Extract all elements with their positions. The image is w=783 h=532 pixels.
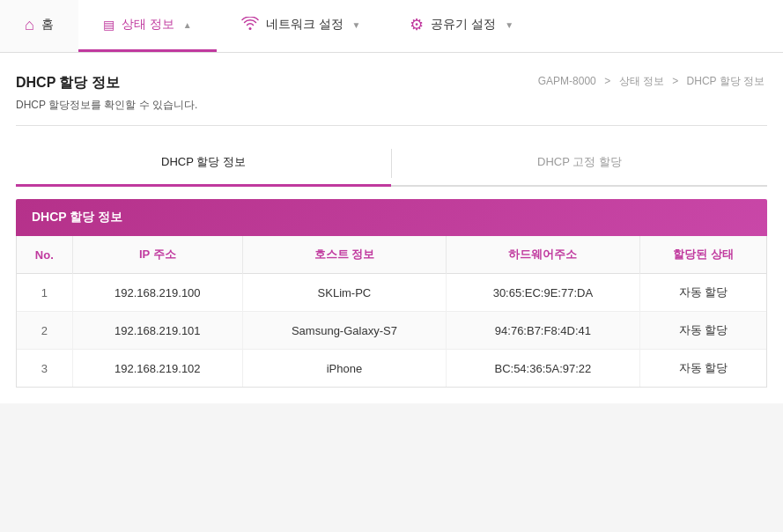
cell-mac: 94:76:B7:F8:4D:41	[446, 312, 639, 350]
status-icon: ▤	[103, 18, 114, 32]
cell-ip: 192.168.219.102	[72, 350, 242, 388]
cell-ip: 192.168.219.101	[72, 312, 242, 350]
nav-network-label: 네트워크 설정	[266, 17, 343, 33]
table-row: 2 192.168.219.101 Samsung-Galaxy-S7 94:7…	[17, 312, 766, 350]
navbar: ⌂ 홈 ▤ 상태 정보 ▲ 네트워크 설정 ▼ ⚙ 공유기 설정 ▼	[0, 0, 783, 53]
nav-status[interactable]: ▤ 상태 정보 ▲	[78, 0, 217, 52]
col-header-no: No.	[17, 236, 72, 274]
nav-sharing-label: 공유기 설정	[431, 17, 496, 33]
col-header-status: 할당된 상태	[639, 236, 766, 274]
nav-home[interactable]: ⌂ 홈	[0, 0, 78, 52]
cell-no: 2	[17, 312, 72, 350]
table-header-row: No. IP 주소 호스트 정보 하드웨어주소 할당된 상태	[17, 236, 766, 274]
title-row: DHCP 할당 정보 GAPM-8000 > 상태 정보 > DHCP 할당 정…	[16, 74, 767, 92]
col-header-ip: IP 주소	[72, 236, 242, 274]
cell-status: 자동 할당	[639, 312, 766, 350]
nav-status-label: 상태 정보	[122, 17, 174, 33]
col-header-host: 호스트 정보	[242, 236, 446, 274]
page-title: DHCP 할당 정보	[16, 74, 120, 92]
status-arrow-icon: ▲	[183, 20, 192, 30]
nav-home-label: 홈	[41, 17, 54, 33]
dhcp-table: No. IP 주소 호스트 정보 하드웨어주소 할당된 상태 1 192.168…	[17, 236, 766, 387]
nav-sharing[interactable]: ⚙ 공유기 설정 ▼	[385, 0, 538, 52]
section-header: DHCP 할당 정보	[16, 199, 767, 236]
gear-icon: ⚙	[410, 15, 424, 34]
cell-no: 3	[17, 350, 72, 388]
breadcrumb-current: DHCP 할당 정보	[687, 75, 765, 87]
cell-host: SKLim-PC	[242, 274, 446, 312]
breadcrumb-sep1: >	[604, 75, 610, 87]
page-description: DHCP 할당정보를 확인할 수 있습니다.	[16, 98, 767, 126]
nav-network[interactable]: 네트워크 설정 ▼	[217, 0, 386, 52]
cell-status: 자동 할당	[639, 350, 766, 388]
cell-ip: 192.168.219.100	[72, 274, 242, 312]
cell-host: iPhone	[242, 350, 446, 388]
cell-status: 자동 할당	[639, 274, 766, 312]
breadcrumb-section: 상태 정보	[619, 75, 664, 87]
section-title: DHCP 할당 정보	[32, 210, 122, 224]
sharing-arrow-icon: ▼	[505, 20, 513, 30]
breadcrumb-device: GAPM-8000	[538, 75, 596, 87]
network-arrow-icon: ▼	[352, 20, 361, 30]
cell-host: Samsung-Galaxy-S7	[242, 312, 446, 350]
cell-mac: BC:54:36:5A:97:22	[446, 350, 639, 388]
table-wrapper: No. IP 주소 호스트 정보 하드웨어주소 할당된 상태 1 192.168…	[16, 236, 767, 388]
breadcrumb: GAPM-8000 > 상태 정보 > DHCP 할당 정보	[536, 74, 767, 89]
col-header-mac: 하드웨어주소	[446, 236, 639, 274]
cell-mac: 30:65:EC:9E:77:DA	[446, 274, 639, 312]
breadcrumb-sep2: >	[672, 75, 678, 87]
tab-fixed[interactable]: DHCP 고정 할당	[392, 142, 767, 185]
content-area: DHCP 할당 정보 GAPM-8000 > 상태 정보 > DHCP 할당 정…	[0, 53, 783, 403]
tab-allocation[interactable]: DHCP 할당 정보	[16, 142, 391, 187]
cell-no: 1	[17, 274, 72, 312]
table-row: 3 192.168.219.102 iPhone BC:54:36:5A:97:…	[17, 350, 766, 388]
wifi-icon	[241, 17, 259, 33]
table-row: 1 192.168.219.100 SKLim-PC 30:65:EC:9E:7…	[17, 274, 766, 312]
tab-bar: DHCP 할당 정보 DHCP 고정 할당	[16, 142, 767, 187]
home-icon: ⌂	[25, 16, 34, 34]
